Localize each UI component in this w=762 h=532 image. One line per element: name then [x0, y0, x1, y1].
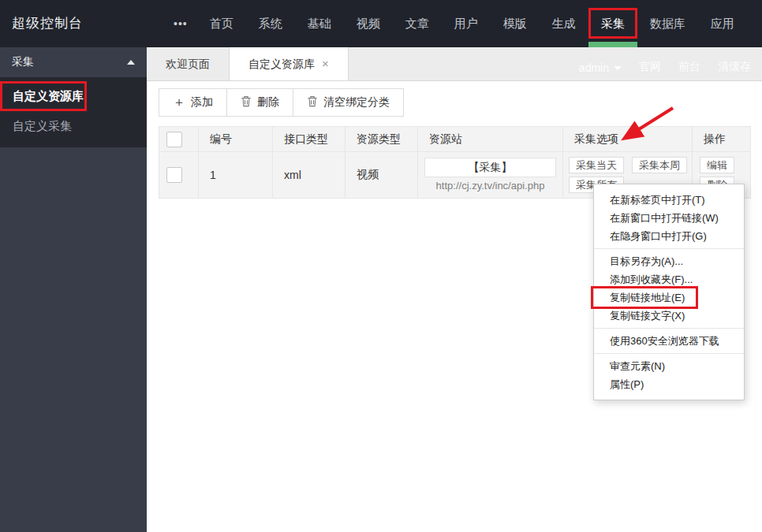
nav-item-video[interactable]: 视频: [357, 0, 380, 47]
select-all-checkbox[interactable]: [166, 132, 182, 147]
nav-item-collect[interactable]: 采集: [601, 0, 625, 47]
context-menu: 在新标签页中打开(T) 在新窗口中打开链接(W) 在隐身窗口中打开(G) 目标另…: [593, 184, 745, 400]
col-header-site: 资源站: [418, 127, 563, 152]
username: admin: [579, 61, 609, 74]
tab-welcome[interactable]: 欢迎页面: [147, 47, 230, 80]
menu-dots-icon[interactable]: •••: [174, 0, 188, 47]
menu-separator: [594, 328, 744, 329]
nav-item-system[interactable]: 系统: [259, 0, 282, 47]
menu-item-save-target-as[interactable]: 目标另存为(A)...: [594, 252, 744, 270]
page: 超级控制台 ••• 首页 系统 基础 视频 文章 用户 模版 生成 采集 数据库…: [0, 0, 762, 532]
clear-bound-category-button[interactable]: 清空绑定分类: [293, 88, 404, 117]
add-button-label: 添加: [191, 95, 213, 110]
toolbar: ＋ 添加 删除 清空绑定分类: [159, 88, 750, 117]
sidebar-group-collect[interactable]: 采集: [0, 47, 147, 77]
nav-item-user[interactable]: 用户: [454, 0, 478, 47]
tab-custom-resource-lib[interactable]: 自定义资源库 ×: [230, 47, 349, 80]
delete-button-label: 删除: [257, 95, 279, 110]
nav-item-generate[interactable]: 生成: [552, 0, 576, 47]
menu-item-copy-link-address[interactable]: 复制链接地址(E): [594, 288, 744, 307]
site-name-input[interactable]: 【采集】: [424, 158, 556, 177]
sidebar-group-label: 采集: [12, 55, 34, 69]
link-clear-cache[interactable]: 清缓存: [718, 60, 751, 74]
menu-item-download-360browser[interactable]: 使用360安全浏览器下载: [594, 332, 744, 350]
sidebar: 采集 自定义资源库 自定义采集: [0, 47, 147, 532]
col-header-resource-type: 资源类型: [346, 127, 418, 152]
nav-item-home[interactable]: 首页: [210, 0, 233, 47]
add-button[interactable]: ＋ 添加: [159, 88, 227, 117]
link-frontend[interactable]: 前台: [678, 60, 700, 74]
sidebar-item-label: 自定义资源库: [13, 89, 84, 102]
sidebar-item-label: 自定义采集: [13, 119, 72, 132]
collect-week-button[interactable]: 采集本周: [632, 157, 687, 173]
top-nav: 首页 系统 基础 视频 文章 用户 模版 生成 采集 数据库 应用: [210, 0, 734, 47]
sidebar-item-custom-collect[interactable]: 自定义采集: [0, 111, 147, 141]
nav-item-article[interactable]: 文章: [405, 0, 429, 47]
sidebar-item-custom-resource-lib[interactable]: 自定义资源库: [0, 81, 147, 111]
menu-item-inspect-element[interactable]: 审查元素(N): [594, 357, 744, 375]
menu-item-add-to-favorites[interactable]: 添加到收藏夹(F)...: [594, 270, 744, 288]
menu-item-copy-link-text[interactable]: 复制链接文字(X): [594, 307, 744, 325]
sidebar-submenu: 自定义资源库 自定义采集: [0, 77, 147, 147]
row-id-cell: 1: [199, 152, 273, 199]
row-api-type-cell: xml: [273, 152, 346, 199]
row-site-cell: 【采集】 http://cj.zy.tv/inc/api.php: [418, 152, 563, 199]
trash-icon: [307, 95, 318, 110]
nav-item-template[interactable]: 模版: [503, 0, 527, 47]
site-url-link[interactable]: http://cj.zy.tv/inc/api.php: [424, 179, 556, 193]
trash-icon: [241, 95, 252, 110]
user-bar: admin 官网 前台 清缓存: [579, 47, 762, 80]
nav-active-indicator: [588, 42, 637, 47]
menu-item-properties[interactable]: 属性(P): [594, 375, 744, 393]
col-header-id: 编号: [199, 127, 273, 152]
menu-separator: [594, 353, 744, 354]
col-header-options: 采集选项: [563, 127, 693, 152]
chevron-down-icon: [614, 66, 622, 70]
delete-button[interactable]: 删除: [226, 88, 293, 117]
top-header: 超级控制台 ••• 首页 系统 基础 视频 文章 用户 模版 生成 采集 数据库…: [0, 0, 762, 47]
col-header-api-type: 接口类型: [273, 127, 346, 152]
close-icon[interactable]: ×: [322, 47, 329, 80]
nav-item-app[interactable]: 应用: [711, 0, 734, 47]
nav-item-database[interactable]: 数据库: [650, 0, 685, 47]
col-header-actions: 操作: [693, 127, 751, 152]
row-resource-type-cell: 视频: [346, 152, 418, 199]
collect-today-button[interactable]: 采集当天: [569, 157, 624, 173]
nav-item-basic[interactable]: 基础: [308, 0, 331, 47]
clear-button-label: 清空绑定分类: [323, 95, 390, 110]
row-checkbox[interactable]: [166, 167, 182, 183]
collapse-up-icon: [127, 60, 135, 65]
nav-item-collect-label: 采集: [601, 17, 625, 30]
app-title: 超级控制台: [0, 0, 147, 47]
menu-item-open-new-tab[interactable]: 在新标签页中打开(T): [594, 191, 744, 209]
link-official-site[interactable]: 官网: [639, 60, 661, 74]
user-menu[interactable]: admin: [579, 61, 622, 74]
menu-separator: [594, 248, 744, 249]
edit-button[interactable]: 编辑: [700, 157, 734, 173]
menu-item-open-new-window[interactable]: 在新窗口中打开链接(W): [594, 209, 744, 227]
menu-item-label: 复制链接地址(E): [610, 292, 685, 303]
tab-label: 自定义资源库: [248, 47, 315, 80]
table-header-row: 编号 接口类型 资源类型 资源站 采集选项 操作: [159, 127, 751, 152]
plus-icon: ＋: [173, 96, 185, 109]
menu-item-open-incognito[interactable]: 在隐身窗口中打开(G): [594, 227, 744, 245]
tab-bar: 欢迎页面 自定义资源库 × admin 官网 前台 清缓存: [147, 47, 762, 81]
